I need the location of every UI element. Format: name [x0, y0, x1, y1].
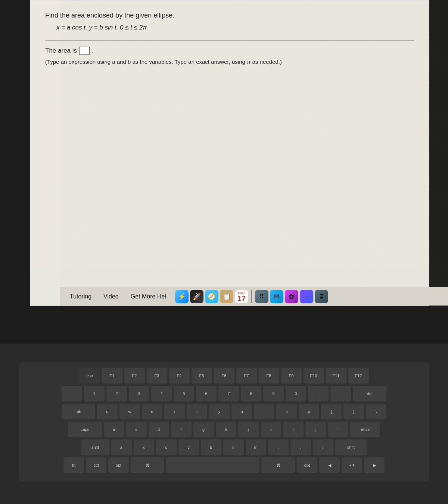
key-0[interactable]: 0	[286, 386, 306, 401]
key-r[interactable]: r	[164, 404, 185, 419]
key-tab[interactable]: tab	[62, 404, 95, 419]
key-f11[interactable]: F11	[326, 368, 346, 384]
key-n[interactable]: n	[223, 439, 244, 455]
key-h[interactable]: h	[216, 422, 236, 437]
key-f10[interactable]: F10	[304, 368, 324, 384]
dock-divider	[251, 290, 252, 303]
key-f6[interactable]: F6	[214, 368, 234, 384]
key-cmd-left[interactable]: ⌘	[131, 457, 164, 473]
video-button[interactable]: Video	[97, 290, 125, 303]
key-a[interactable]: a	[104, 422, 124, 437]
key-comma[interactable]: ,	[268, 439, 289, 455]
notes-icon[interactable]: 📋	[220, 290, 233, 303]
key-p[interactable]: p	[299, 404, 319, 419]
key-e[interactable]: e	[142, 404, 162, 419]
question-area: Find the area enclosed by the given elli…	[30, 0, 429, 269]
key-2[interactable]: 2	[106, 386, 127, 401]
key-arrow-updown[interactable]: ▲▼	[342, 457, 362, 473]
key-t[interactable]: t	[187, 404, 207, 419]
key-row-asdf: caps a s d f g h j k l ; ' return	[26, 422, 422, 437]
key-shift-left[interactable]: shift	[81, 439, 109, 455]
key-slash[interactable]: /	[313, 439, 333, 455]
key-f[interactable]: f	[171, 422, 192, 437]
key-return[interactable]: return	[350, 422, 380, 437]
key-backslash[interactable]: \	[366, 404, 386, 419]
key-f12[interactable]: F12	[348, 368, 369, 384]
key-f8[interactable]: F8	[259, 368, 279, 384]
key-8[interactable]: 8	[241, 386, 261, 401]
key-option-right[interactable]: opt	[297, 457, 317, 473]
key-cmd-right[interactable]: ⌘	[261, 457, 295, 473]
key-1[interactable]: 1	[84, 386, 105, 401]
key-l[interactable]: l	[283, 422, 304, 437]
bottom-toolbar: Tutoring Video Get More Hel ⚡ 🚀 🧭 📋 OCT …	[60, 287, 448, 306]
key-m[interactable]: m	[246, 439, 266, 455]
key-i[interactable]: i	[254, 404, 274, 419]
hint-text: (Type an expression using a and b as the…	[45, 58, 414, 66]
flower-icon[interactable]: ✿	[285, 290, 298, 303]
screen-icon[interactable]: 🖥	[315, 290, 328, 303]
key-f5[interactable]: F5	[192, 368, 212, 384]
key-f2[interactable]: F2	[124, 368, 145, 384]
key-o[interactable]: o	[276, 404, 297, 419]
key-option-left[interactable]: opt	[108, 457, 129, 473]
key-row-qwerty: tab q w e r t y u i o p [ ] \	[26, 404, 422, 419]
calendar-icon[interactable]: OCT 17	[235, 290, 248, 303]
key-s[interactable]: s	[126, 422, 147, 437]
key-shift-right[interactable]: shift	[335, 439, 367, 455]
key-6[interactable]: 6	[196, 386, 217, 401]
key-k[interactable]: k	[261, 422, 281, 437]
key-bracket-open[interactable]: [	[321, 404, 342, 419]
key-bracket-close[interactable]: ]	[343, 404, 364, 419]
key-caps[interactable]: caps	[68, 422, 102, 437]
key-arrow-left[interactable]: ◀	[319, 457, 340, 473]
key-ctrl[interactable]: ctrl	[86, 457, 106, 473]
key-f4[interactable]: F4	[169, 368, 190, 384]
mail-icon[interactable]: ✉	[270, 290, 283, 303]
key-y[interactable]: y	[209, 404, 230, 419]
launchpad-icon[interactable]: ⠿	[255, 290, 268, 303]
key-u[interactable]: u	[231, 404, 252, 419]
key-period[interactable]: .	[290, 439, 311, 455]
calendar-month: OCT	[238, 291, 245, 295]
key-z[interactable]: z	[111, 439, 132, 455]
key-f3[interactable]: F3	[147, 368, 167, 384]
key-f1[interactable]: F1	[102, 368, 122, 384]
key-backtick[interactable]: `	[62, 386, 82, 401]
key-arrow-right[interactable]: ▶	[364, 457, 385, 473]
key-j[interactable]: j	[238, 422, 259, 437]
key-f9[interactable]: F9	[281, 368, 302, 384]
key-w[interactable]: w	[119, 404, 140, 419]
key-minus[interactable]: -	[308, 386, 329, 401]
key-5[interactable]: 5	[174, 386, 194, 401]
key-semicolon[interactable]: ;	[305, 422, 326, 437]
key-c[interactable]: c	[156, 439, 177, 455]
key-esc[interactable]: esc	[80, 368, 100, 384]
key-delete[interactable]: del	[353, 386, 386, 401]
get-more-help-button[interactable]: Get More Hel	[125, 290, 172, 303]
key-q[interactable]: q	[97, 404, 118, 419]
tutoring-button[interactable]: Tutoring	[64, 290, 97, 303]
key-d[interactable]: d	[149, 422, 169, 437]
siri-icon[interactable]: ···	[300, 290, 313, 303]
key-b[interactable]: b	[201, 439, 221, 455]
key-v[interactable]: v	[178, 439, 199, 455]
answer-input-box[interactable]	[79, 47, 90, 55]
key-7[interactable]: 7	[218, 386, 239, 401]
key-4[interactable]: 4	[151, 386, 172, 401]
safari-icon[interactable]: 🧭	[205, 290, 218, 303]
key-space[interactable]	[166, 457, 259, 473]
key-quote[interactable]: '	[328, 422, 348, 437]
key-x[interactable]: x	[134, 439, 154, 455]
content-window: ↖ Find the area enclosed by the given el…	[30, 0, 429, 306]
rocket-icon[interactable]: 🚀	[190, 290, 203, 303]
key-9[interactable]: 9	[263, 386, 284, 401]
finder-icon[interactable]: ⚡	[175, 290, 189, 303]
key-equals[interactable]: =	[330, 386, 351, 401]
key-3[interactable]: 3	[129, 386, 149, 401]
key-fn[interactable]: fn	[63, 457, 84, 473]
key-g[interactable]: g	[193, 422, 214, 437]
key-f7[interactable]: F7	[236, 368, 257, 384]
equation-text: x = a cos t, y = b sin t, 0 ≤ t ≤ 2π	[56, 24, 147, 31]
answer-line: The area is .	[45, 47, 414, 55]
